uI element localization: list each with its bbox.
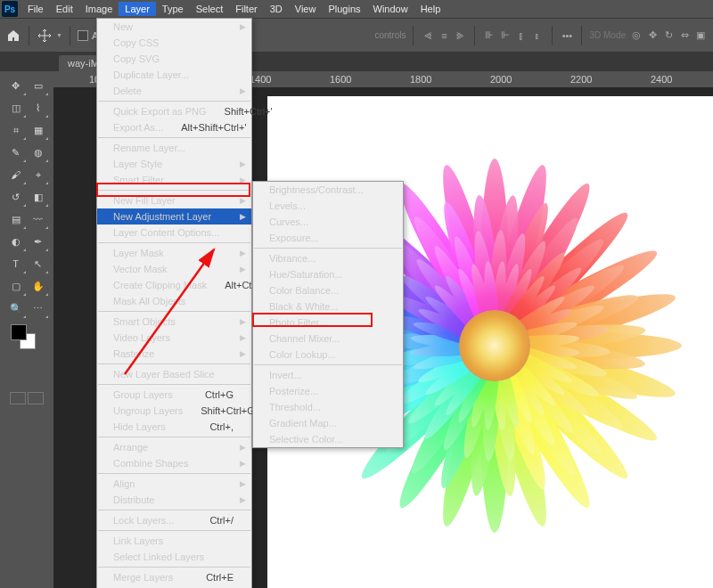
submenu-arrow-icon: ▶ xyxy=(240,443,246,452)
layer-menu-create-clipping-mask[interactable]: Create Clipping MaskAlt+Ctrl+G xyxy=(97,277,251,293)
adjustment-menu-brightness-contrast[interactable]: Brightness/Contrast... xyxy=(253,182,403,198)
layer-menu-layer-content-options: Layer Content Options... xyxy=(97,225,251,241)
layer-menu-rename-layer: Rename Layer... xyxy=(97,140,251,156)
menu-type[interactable]: Type xyxy=(156,2,190,16)
layer-menu-rasterize[interactable]: Rasterize▶ xyxy=(97,346,251,362)
layer-menu-new-adjustment-layer[interactable]: New Adjustment Layer▶ xyxy=(97,208,251,225)
dist-3-icon[interactable]: ⫿ xyxy=(514,29,529,43)
dist-2-icon[interactable]: ⊩ xyxy=(498,29,512,43)
adjustment-menu-posterize[interactable]: Posterize... xyxy=(253,383,403,399)
layer-menu-new-layer-based-slice: New Layer Based Slice xyxy=(97,366,251,382)
layer-menu-lock-layers[interactable]: Lock Layers...Ctrl+/ xyxy=(97,512,251,528)
layer-menu-hide-layers[interactable]: Hide LayersCtrl+, xyxy=(97,419,251,435)
menu-window[interactable]: Window xyxy=(367,2,414,16)
layer-menu-copy-css[interactable]: Copy CSS xyxy=(97,35,251,51)
layer-menu-duplicate-layer[interactable]: Duplicate Layer... xyxy=(97,67,251,83)
menu-select[interactable]: Select xyxy=(190,2,230,16)
layer-menu-layer-mask[interactable]: Layer Mask▶ xyxy=(97,245,251,261)
path-sel-tool[interactable]: ↖ xyxy=(28,253,49,274)
type-tool[interactable]: T xyxy=(5,253,27,274)
layer-menu-video-layers[interactable]: Video Layers▶ xyxy=(97,330,251,346)
adjustment-menu-hue-saturation[interactable]: Hue/Saturation... xyxy=(253,266,403,282)
layer-menu-arrange[interactable]: Arrange▶ xyxy=(97,439,251,455)
layer-menu-vector-mask[interactable]: Vector Mask▶ xyxy=(97,261,251,277)
artboard-tool[interactable]: ▭ xyxy=(28,75,49,96)
layer-menu-copy-svg[interactable]: Copy SVG xyxy=(97,51,251,67)
eraser-tool[interactable]: ◧ xyxy=(28,186,49,208)
adjustment-menu-threshold[interactable]: Threshold... xyxy=(253,399,403,415)
layer-menu: New▶Copy CSSCopy SVGDuplicate Layer...De… xyxy=(96,18,252,588)
hand-tool[interactable]: ✋ xyxy=(28,275,49,297)
menu-file[interactable]: File xyxy=(21,2,50,16)
3d-orbit-icon[interactable]: ◎ xyxy=(629,29,643,43)
layer-menu-quick-export-as-png[interactable]: Quick Export as PNGShift+Ctrl+' xyxy=(97,103,251,119)
adjustment-menu-vibrance[interactable]: Vibrance... xyxy=(253,250,403,266)
adjustment-menu-black-white[interactable]: Black & White... xyxy=(253,298,403,314)
adjustment-menu-channel-mixer[interactable]: Channel Mixer... xyxy=(253,331,403,347)
lasso-tool[interactable]: ⌇ xyxy=(28,97,49,118)
layer-menu-group-layers[interactable]: Group LayersCtrl+G xyxy=(97,387,251,403)
adjustment-menu-invert[interactable]: Invert... xyxy=(253,367,403,383)
adjustment-menu-curves[interactable]: Curves... xyxy=(253,214,403,230)
zoom-tool[interactable]: 🔍 xyxy=(5,298,27,319)
menu-image[interactable]: Image xyxy=(79,2,119,16)
adjustment-menu-photo-filter[interactable]: Photo Filter... xyxy=(253,314,403,331)
menu-filter[interactable]: Filter xyxy=(229,2,263,16)
screen-mode[interactable] xyxy=(2,392,52,404)
color-swatches[interactable] xyxy=(2,324,52,356)
pen-tool[interactable]: ✒ xyxy=(28,231,49,252)
layer-menu-smart-objects[interactable]: Smart Objects▶ xyxy=(97,314,251,330)
adjustment-menu-exposure[interactable]: Exposure... xyxy=(253,230,403,246)
submenu-arrow-icon: ▶ xyxy=(240,22,246,31)
ruler-mark: 2400 xyxy=(651,74,672,85)
more-icon[interactable]: ••• xyxy=(560,29,574,43)
adjustment-menu-selective-color[interactable]: Selective Color... xyxy=(253,431,403,447)
menu-edit[interactable]: Edit xyxy=(50,2,79,16)
foreground-swatch[interactable] xyxy=(11,324,27,340)
3d-slide-icon[interactable]: ⇔ xyxy=(677,29,692,43)
menu-layer[interactable]: Layer xyxy=(119,2,156,16)
layer-menu-export-as[interactable]: Export As...Alt+Shift+Ctrl+' xyxy=(97,119,251,135)
align-center-icon[interactable]: ≡ xyxy=(437,29,451,43)
layer-menu-mask-all-objects[interactable]: Mask All Objects xyxy=(97,293,251,309)
dodge-tool[interactable]: ◐ xyxy=(5,231,27,252)
spot-heal-tool[interactable]: ◍ xyxy=(28,142,49,163)
auto-select-checkbox[interactable] xyxy=(78,30,88,41)
move-tool[interactable]: ✥ xyxy=(5,75,27,96)
marquee-tool[interactable]: ◫ xyxy=(5,97,27,118)
menu-view[interactable]: View xyxy=(289,2,323,16)
frame-tool[interactable]: ▦ xyxy=(28,119,49,141)
history-tool[interactable]: ↺ xyxy=(5,186,27,208)
edit-toolbar-tool[interactable]: ⋯ xyxy=(28,298,49,319)
layer-menu-delete[interactable]: Delete▶ xyxy=(97,83,251,99)
menu-help[interactable]: Help xyxy=(414,2,447,16)
clone-tool[interactable]: ⌖ xyxy=(28,164,49,185)
adjustment-menu-color-lookup[interactable]: Color Lookup... xyxy=(253,347,403,363)
layer-menu-new[interactable]: New▶ xyxy=(97,19,251,35)
dist-4-icon[interactable]: ⫾ xyxy=(530,29,545,43)
3d-roll-icon[interactable]: ↻ xyxy=(661,29,676,43)
brush-tool[interactable]: 🖌 xyxy=(5,164,27,185)
ruler-mark: 2200 xyxy=(570,74,592,85)
move-tool-icon[interactable] xyxy=(37,28,53,44)
menu-plugins[interactable]: Plugins xyxy=(322,2,366,16)
align-right-icon[interactable]: ⫸ xyxy=(453,29,467,43)
gradient-tool[interactable]: ▤ xyxy=(5,208,27,230)
rectangle-tool[interactable]: ▢ xyxy=(5,275,27,297)
align-left-icon[interactable]: ⫷ xyxy=(421,29,435,43)
layer-menu-ungroup-layers: Ungroup LayersShift+Ctrl+G xyxy=(97,403,251,419)
submenu-arrow-icon: ▶ xyxy=(240,249,246,257)
controls-label: controls xyxy=(374,30,406,40)
eyedropper-tool[interactable]: ✎ xyxy=(5,142,27,163)
menu-3d[interactable]: 3D xyxy=(264,2,289,16)
adjustment-menu-gradient-map[interactable]: Gradient Map... xyxy=(253,415,403,431)
adjustment-menu-levels[interactable]: Levels... xyxy=(253,198,403,214)
3d-cam-icon[interactable]: ▣ xyxy=(693,29,708,43)
3d-pan-icon[interactable]: ✥ xyxy=(645,29,660,43)
dist-1-icon[interactable]: ⊪ xyxy=(482,29,496,43)
adjustment-menu-color-balance[interactable]: Color Balance... xyxy=(253,282,403,298)
home-icon[interactable] xyxy=(5,28,21,44)
blur-tool[interactable]: 〰 xyxy=(28,208,49,230)
crop-tool[interactable]: ⌗ xyxy=(5,119,27,141)
layer-menu-new-fill-layer[interactable]: New Fill Layer▶ xyxy=(97,192,251,208)
